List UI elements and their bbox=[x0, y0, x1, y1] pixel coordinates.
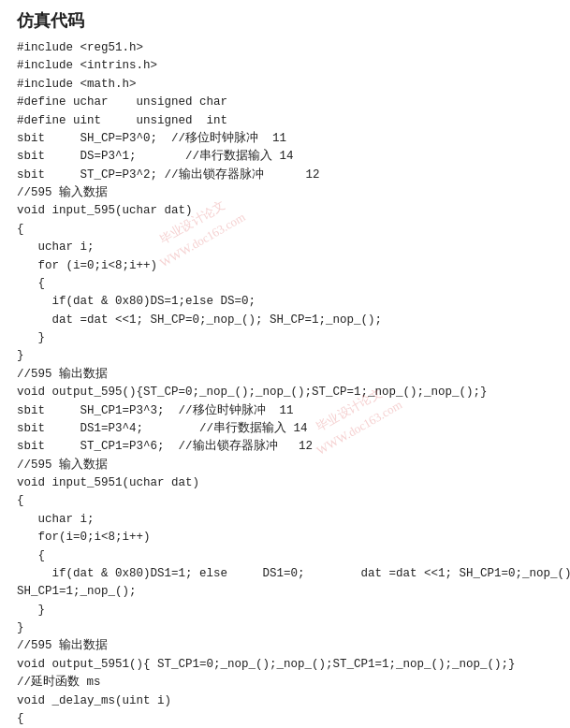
code-block: #include <reg51.h> #include <intrins.h> … bbox=[17, 39, 553, 728]
page-title: 仿真代码 bbox=[17, 9, 553, 32]
page-container: 仿真代码 #include <reg51.h> #include <intrin… bbox=[0, 0, 570, 728]
